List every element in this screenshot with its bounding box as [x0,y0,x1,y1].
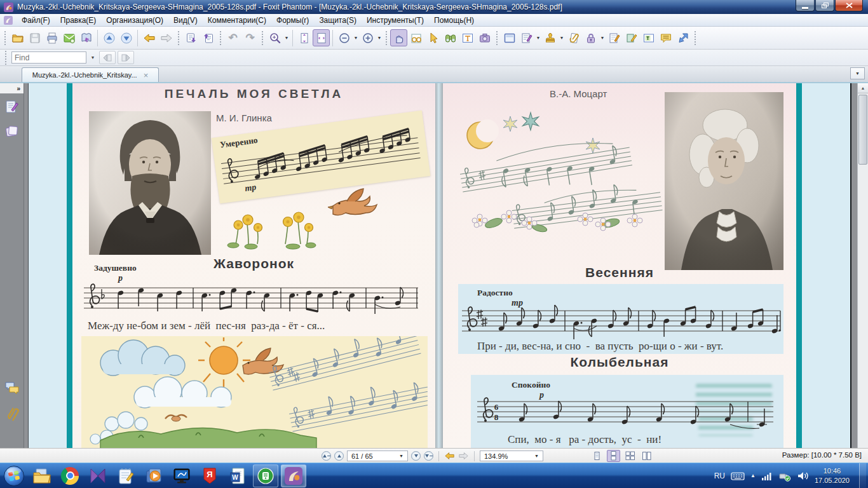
usb-device-icon[interactable] [778,470,791,482]
toolbar-grip[interactable] [495,30,499,46]
taskbar-chrome[interactable] [56,463,84,488]
bookmarks-panel-button[interactable] [4,100,20,115]
stamp-button[interactable] [541,29,559,46]
tab-close-icon[interactable]: × [144,71,149,79]
snapshot-button[interactable] [476,29,493,46]
tab-list-caret[interactable]: ▼ [850,67,865,79]
language-indicator[interactable]: RU [714,471,725,480]
menu-view[interactable]: Вид(V) [168,15,203,26]
menu-file[interactable]: Файл(F) [17,15,55,26]
document-viewport[interactable]: ПЕЧАЛЬ МОЯ СВЕТЛА М. И. Глинка [24,83,857,448]
stamp-caret[interactable]: ▼ [559,29,565,46]
taskbar-kmplayer[interactable] [84,463,112,488]
fit-page-button[interactable] [295,29,313,46]
network-signal-icon[interactable] [761,471,773,481]
taskbar-foxit-active[interactable] [280,463,308,488]
typewriter-button[interactable] [518,29,535,46]
taskbar-notepad[interactable] [112,463,140,488]
page-number-box[interactable]: 61 / 65 ▼ [347,451,408,461]
previous-view-button[interactable] [140,29,158,46]
edit-text-button[interactable] [606,29,623,46]
save-button[interactable] [26,29,43,46]
zoom-caret[interactable]: ▼ [534,454,539,458]
zoom-tool-caret[interactable]: ▼ [283,29,290,46]
link-tool-button[interactable] [674,29,691,46]
menu-tools[interactable]: Инструменты(T) [362,15,429,26]
hand-tool-button[interactable] [390,29,407,46]
text-field-button[interactable] [640,29,657,46]
attachments-panel-button[interactable] [4,406,20,421]
import-data-button[interactable] [182,29,200,46]
volume-icon[interactable] [797,471,809,481]
next-page-button[interactable] [411,451,421,461]
attach-file-button[interactable] [565,29,582,46]
single-page-layout-button[interactable] [590,450,604,462]
document-tab[interactable]: Muzyka.-2kl.-Uchebnik_Kritskay... × [22,67,159,82]
page-down-button[interactable] [118,29,135,46]
find-next-button[interactable] [118,51,134,64]
pages-panel-button[interactable] [4,124,20,139]
zoom-in-caret[interactable]: ▼ [376,29,383,46]
toolbar-grip[interactable] [219,30,222,46]
menu-protect[interactable]: Защита(S) [314,15,362,26]
select-annotation-button[interactable] [424,29,442,46]
toolbar-grip[interactable] [177,30,180,46]
select-text-button[interactable] [459,29,476,46]
expand-panel-icon[interactable]: » [17,85,20,92]
next-view-button[interactable] [158,29,175,46]
search-button[interactable] [442,29,459,46]
taskbar-explorer[interactable] [28,463,56,488]
taskbar-megafon[interactable] [252,463,280,488]
open-button[interactable] [9,29,26,46]
protect-caret[interactable]: ▼ [599,29,606,46]
zoom-level-box[interactable]: 134.9% ▼ [480,451,543,461]
show-desktop-button[interactable] [859,463,866,488]
continuous-layout-button[interactable] [607,450,620,462]
scroll-up-button[interactable]: ▲ [858,83,868,93]
continuous-facing-layout-button[interactable] [640,450,653,462]
clock[interactable]: 10:46 17.05.2020 [815,466,850,485]
keyboard-icon[interactable] [731,471,745,481]
first-page-button[interactable] [322,451,331,461]
hidden-icons-button[interactable]: ▲ [750,473,756,478]
menu-organize[interactable]: Организация(O) [101,15,168,26]
print-button[interactable] [43,29,60,46]
history-forward-button[interactable] [458,451,469,461]
comments-panel-button[interactable] [4,381,20,396]
undo-button[interactable]: ↶ [224,29,241,46]
page-caret[interactable]: ▼ [399,454,403,458]
menu-help[interactable]: Помощь(H) [429,15,479,26]
edit-object-button[interactable] [623,29,640,46]
vertical-scrollbar[interactable]: ▲ [857,83,868,448]
taskbar-kmp-monitor[interactable] [168,463,196,488]
fit-width-button[interactable] [313,29,330,46]
toolbar-grip[interactable] [261,30,264,46]
find-previous-button[interactable] [99,51,116,64]
zoom-tool-button[interactable] [266,29,283,46]
page-up-button[interactable] [100,29,118,46]
menu-forms[interactable]: Формы(r) [271,15,314,26]
export-data-button[interactable] [200,29,217,46]
history-back-button[interactable] [444,451,455,461]
taskbar-wmp[interactable] [140,463,168,488]
zoom-out-caret[interactable]: ▼ [353,29,359,46]
scan-button[interactable] [78,29,95,46]
start-button[interactable] [0,463,28,488]
find-input[interactable] [11,51,86,64]
restore-button[interactable] [815,0,834,11]
close-button[interactable] [835,0,863,11]
menu-comments[interactable]: Комментарии(C) [203,15,271,26]
previous-page-button[interactable] [334,451,344,461]
email-button[interactable] [60,29,78,46]
last-page-button[interactable] [424,451,433,461]
toolbar-grip[interactable] [384,30,388,46]
protect-button[interactable] [582,29,599,46]
note-comment-button[interactable] [657,29,674,46]
findbar-grip[interactable] [4,50,8,66]
redo-button[interactable]: ↷ [241,29,259,46]
taskbar-yandex[interactable]: Я [196,463,224,488]
toolbar-grip[interactable] [3,30,7,46]
taskbar-word[interactable]: W [224,463,252,488]
menu-edit[interactable]: Правка(E) [55,15,102,26]
facing-layout-button[interactable] [623,450,637,462]
